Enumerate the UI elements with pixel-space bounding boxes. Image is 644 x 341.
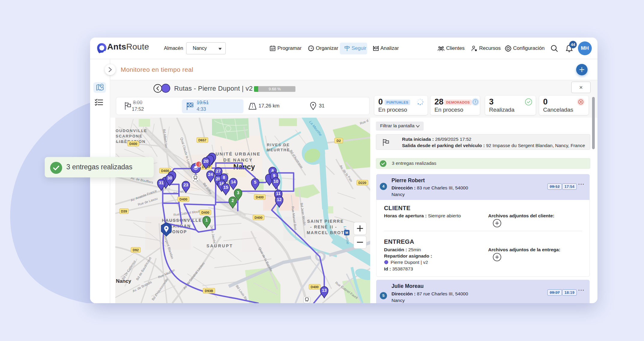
svg-text:12: 12: [277, 197, 282, 202]
svg-text:M: M: [345, 231, 348, 234]
svg-text:D93B: D93B: [205, 289, 213, 293]
svg-text:D657: D657: [198, 138, 206, 142]
svg-text:1: 1: [205, 218, 208, 222]
svg-text:D400: D400: [255, 216, 262, 219]
svg-text:9: 9: [273, 173, 275, 178]
svg-text:Nancy: Nancy: [233, 163, 255, 171]
svg-text:RIVES DE: RIVES DE: [267, 143, 290, 147]
svg-text:27: 27: [216, 169, 221, 174]
svg-text:30: 30: [167, 176, 172, 180]
svg-text:- SCARPONE: - SCARPONE: [115, 134, 143, 138]
svg-text:D400: D400: [180, 198, 187, 201]
svg-text:D400: D400: [256, 195, 264, 199]
svg-text:20: 20: [204, 159, 208, 164]
svg-text:8: 8: [223, 175, 225, 180]
svg-text:D400: D400: [311, 285, 319, 289]
svg-text:23: 23: [183, 183, 188, 187]
svg-text:24: 24: [208, 172, 213, 177]
svg-text:D2: D2: [337, 139, 341, 143]
svg-text:SAINT PIERRE: SAINT PIERRE: [307, 219, 344, 224]
svg-text:MEURTHE: MEURTHE: [267, 148, 290, 152]
svg-text:D400: D400: [201, 211, 209, 214]
svg-text:DE NANCY: DE NANCY: [223, 157, 253, 162]
svg-text:SAURUPT: SAURUPT: [207, 243, 233, 248]
svg-text:D400: D400: [129, 142, 137, 146]
svg-text:10: 10: [274, 179, 278, 184]
svg-text:- RENÉ II -: - RENÉ II -: [310, 225, 337, 229]
svg-text:13: 13: [322, 288, 327, 293]
svg-text:15: 15: [223, 185, 228, 190]
svg-text:14: 14: [231, 180, 236, 184]
svg-text:UNITÉ URBAINE: UNITÉ URBAINE: [216, 151, 261, 156]
svg-text:D220: D220: [358, 181, 366, 185]
svg-text:MARCEL BROT: MARCEL BROT: [307, 230, 344, 235]
svg-text:D400: D400: [161, 169, 169, 173]
svg-text:31: 31: [159, 180, 164, 185]
svg-text:BOUDONVILLE: BOUDONVILLE: [115, 128, 147, 133]
svg-text:D92: D92: [133, 248, 139, 252]
svg-text:2: 2: [231, 198, 234, 203]
svg-text:D39: D39: [121, 210, 127, 213]
svg-text:3: 3: [237, 190, 239, 195]
svg-text:2: 2: [199, 162, 201, 166]
svg-text:5: 5: [254, 180, 256, 185]
svg-text:11: 11: [276, 191, 280, 196]
